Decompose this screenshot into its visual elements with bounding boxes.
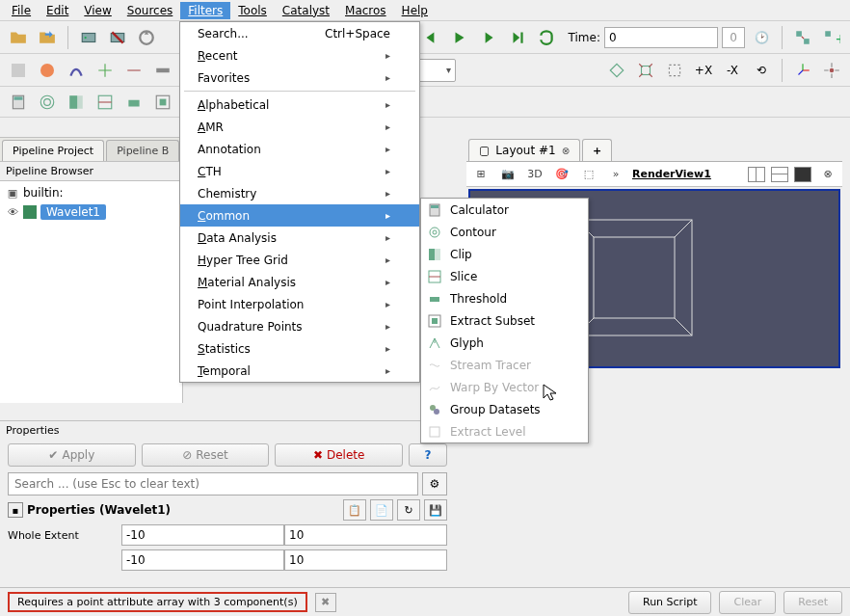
rotate-button[interactable]: ⟲ [749,58,774,83]
rescale-button[interactable] [64,58,89,83]
contour-filter-button[interactable] [35,90,60,115]
filters-material-analysis-item[interactable]: Material Analysis▸ [180,271,419,293]
filters-favorites-item[interactable]: Favorites▸ [180,67,419,89]
menu-edit[interactable]: Edit [39,2,76,19]
split-vertical-button[interactable] [771,167,788,182]
filters-temporal-item[interactable]: Temporal▸ [180,360,419,382]
pipeline-root[interactable]: ▣ builtin: [2,183,180,202]
reset-camera-button[interactable] [604,58,629,83]
prev-frame-button[interactable] [418,25,443,50]
filters-hyper-tree-grid-item[interactable]: Hyper Tree Grid▸ [180,249,419,271]
menu-sources[interactable]: Sources [120,2,180,19]
time-index-input[interactable] [722,27,745,48]
filters-annotation-item[interactable]: Annotation▸ [180,138,419,160]
time-value-input[interactable] [604,27,718,48]
extent-x1-input[interactable] [284,524,447,546]
camera-button[interactable]: 📷 [497,165,518,184]
clip-item[interactable]: Clip [421,243,588,265]
maximize-button[interactable] [794,167,811,182]
loop-button[interactable] [534,25,559,50]
filters-chemistry-item[interactable]: Chemistry▸ [180,182,419,204]
render-options-button[interactable]: ⊞ [470,165,491,184]
filters-amr-item[interactable]: AMR▸ [180,116,419,138]
menu-tools[interactable]: Tools [230,2,275,19]
rescale-visible-button[interactable] [121,58,146,83]
menu-catalyst[interactable]: Catalyst [275,2,337,19]
last-frame-button[interactable] [505,25,530,50]
next-frame-button[interactable] [476,25,501,50]
glyph-item[interactable]: Glyph [421,332,588,354]
menu-filters[interactable]: Filters [180,2,230,19]
load-state-button[interactable] [134,25,159,50]
rescale-custom-button[interactable] [93,58,118,83]
calculator-item[interactable]: Calculator [421,199,588,221]
threshold-filter-button[interactable] [121,90,146,115]
selection-link-button[interactable] [790,25,815,50]
save-defaults-button[interactable]: 💾 [424,499,447,521]
filters-quadrature-points-item[interactable]: Quadrature Points▸ [180,315,419,337]
select-cells-button[interactable]: ⬚ [578,165,599,184]
slice-item[interactable]: Slice [421,265,588,287]
slice-filter-button[interactable] [93,90,118,115]
reset-properties-button[interactable]: ⊘Reset [142,443,270,467]
clip-filter-button[interactable] [64,90,89,115]
properties-search-input[interactable] [8,472,418,495]
filters-alphabetical-item[interactable]: Alphabetical▸ [180,94,419,116]
split-horizontal-button[interactable] [748,167,765,182]
copy-button[interactable]: 📋 [343,499,366,521]
group-datasets-item[interactable]: Group Datasets [421,398,588,420]
extent-x0-input[interactable] [121,524,284,546]
menu-macros[interactable]: Macros [337,2,394,19]
menu-help[interactable]: Help [394,2,436,19]
more-icon[interactable]: » [605,165,626,184]
add-layout-tab[interactable]: + [582,139,612,161]
clear-button[interactable]: Clear [719,591,776,614]
save-data-button[interactable] [35,25,60,50]
play-button[interactable] [447,25,472,50]
close-layout-icon[interactable]: ⊗ [562,146,570,156]
disconnect-button[interactable] [105,25,130,50]
view-plus-x-button[interactable]: +X [691,58,716,83]
time-forward-button[interactable]: 🕑 [749,25,774,50]
runaScript-button[interactable]: Run Script [628,591,712,614]
center-axes-button[interactable] [819,58,844,83]
calculator-filter-button[interactable] [6,90,31,115]
menu-file[interactable]: File [4,2,39,19]
filters-statistics-item[interactable]: Statistics▸ [180,337,419,360]
adjust-camera-button[interactable]: 🎯 [551,165,572,184]
tab-pipeline-browser[interactable]: Pipeline B [106,140,179,161]
zoom-to-box-button[interactable] [662,58,687,83]
edit-colormap-button[interactable] [150,58,175,83]
filters-point-interpolation-item[interactable]: Point Interpolation▸ [180,293,419,315]
apply-button[interactable]: ✔Apply [8,443,136,467]
extract-subset-filter-button[interactable] [150,90,175,115]
zoom-to-data-button[interactable] [633,58,658,83]
advanced-toggle-button[interactable]: ⚙ [422,472,447,495]
close-view-button[interactable]: ⊗ [817,165,838,184]
pipeline-item-wavelet1[interactable]: 👁 Wavelet1 [2,202,180,222]
axes-toggle-button[interactable] [790,58,815,83]
help-button[interactable]: ? [409,443,447,467]
menu-view[interactable]: View [76,2,119,19]
threshold-item[interactable]: Threshold [421,287,588,309]
view-minus-x-button[interactable]: -X [720,58,745,83]
solid-color-button[interactable] [6,58,31,83]
visibility-icon[interactable]: 👁 [6,206,19,219]
extent-y0-input[interactable] [121,549,284,571]
extent-y1-input[interactable] [284,549,447,571]
reset-script-button[interactable]: Reset [784,591,842,614]
layout-tab-1[interactable]: ▢ Layout #1 ⊗ [468,139,580,161]
extract-subset-item[interactable]: Extract Subset [421,309,588,332]
selection-add-button[interactable]: + [819,25,844,50]
paste-button[interactable]: 📄 [370,499,393,521]
section-collapse-button[interactable]: ▪ [8,502,23,518]
reset-section-button[interactable]: ↻ [397,499,420,521]
status-close-button[interactable]: ✖ [315,593,336,612]
open-file-button[interactable] [6,25,31,50]
filters-search-item[interactable]: Search...Ctrl+Space [180,22,419,44]
filters-recent-item[interactable]: Recent▸ [180,44,419,67]
color-map-button[interactable] [35,58,60,83]
delete-button[interactable]: ✖Delete [275,443,403,467]
filters-cth-item[interactable]: CTH▸ [180,160,419,182]
connect-button[interactable] [76,25,101,50]
